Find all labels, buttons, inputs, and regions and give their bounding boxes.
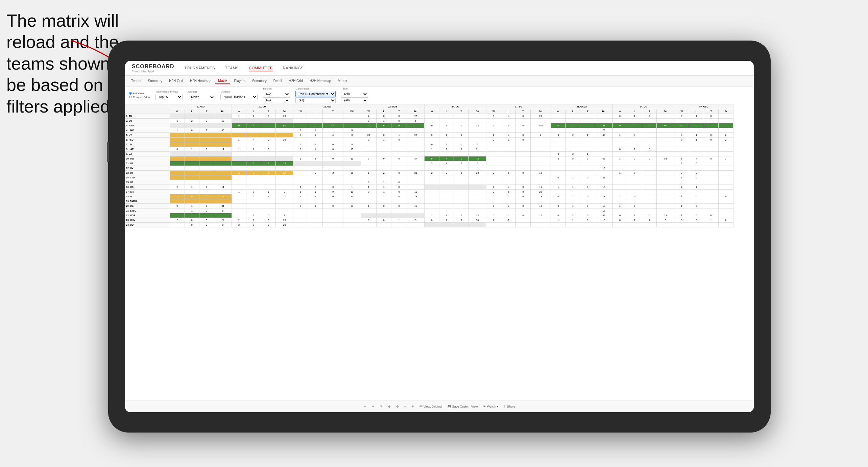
- table-row: 1. AU 12023 20027 01025 010 010: [125, 114, 733, 119]
- sub-w6: W: [486, 109, 501, 114]
- sub-nav: Teams Summary H2H Grid H2H Heatmap Matri…: [125, 76, 754, 87]
- subnav-matrix[interactable]: Matrix: [215, 78, 230, 84]
- sub-w5: W: [425, 109, 439, 114]
- table-row: 6. FSU 14035 010 010 0102: [125, 138, 733, 142]
- sub-w2: W: [232, 109, 246, 114]
- team-label: Team: [341, 87, 368, 90]
- division-select[interactable]: NCAA Division I: [220, 94, 258, 100]
- table-row: 22. UCB 1303 14012 01010 03044 01018 160: [125, 213, 733, 218]
- share-button[interactable]: ⇧ Share: [504, 405, 515, 408]
- logo-title: SCOREBOARD: [132, 64, 174, 70]
- nav-teams[interactable]: TEAMS: [225, 65, 239, 71]
- undo-button[interactable]: ↩: [364, 405, 366, 408]
- nav-committee[interactable]: COMMITTEE: [249, 65, 273, 71]
- sub-w9: W: [674, 109, 689, 114]
- logo-subtitle: Powered by clippd: [132, 70, 174, 73]
- row-label: 4. UNC: [125, 128, 170, 133]
- sub-l3: L: [308, 109, 323, 114]
- table-row: 4. UNC 10136 0110 29: [125, 128, 733, 133]
- division-label: Division: [220, 90, 258, 93]
- sub-l4: L: [377, 109, 391, 114]
- sub-dif2: Dif: [276, 109, 293, 114]
- sub-w8: W: [612, 109, 627, 114]
- sub-w4: W: [361, 109, 376, 114]
- subnav-summary[interactable]: Summary: [145, 78, 165, 84]
- row-label: 16. UO: [125, 185, 170, 190]
- max-teams-select[interactable]: Top 25: [155, 94, 183, 100]
- row-label: 9. UA: [125, 152, 170, 156]
- nav-tournaments[interactable]: TOURNAMENTS: [185, 65, 215, 71]
- conference-select2[interactable]: (All): [295, 97, 336, 103]
- table-row: 13. UT 22122 0238 12026 22012 02018 10 3…: [125, 171, 733, 175]
- sub-d9: D: [719, 109, 733, 114]
- add-button[interactable]: +: [404, 405, 406, 408]
- view-original-button[interactable]: 👁 View: Original: [419, 405, 442, 408]
- sub-l9: L: [689, 109, 704, 114]
- col-header-ucb: 22. UCB: [361, 104, 424, 109]
- sub-t9: T: [704, 109, 719, 114]
- subnav-detail[interactable]: Detail: [271, 78, 285, 84]
- table-row: 15. UF 010: [125, 180, 733, 185]
- subnav-summary2[interactable]: Summary: [249, 78, 269, 84]
- sub-t4: T: [391, 109, 407, 114]
- col-header-uw: 10. UW: [232, 104, 293, 109]
- tablet-side-button: [107, 142, 109, 162]
- row-label: 20. UG: [125, 204, 170, 208]
- sub-l8: L: [627, 109, 642, 114]
- row-label: 21. ETSU: [125, 208, 170, 213]
- table-row: 23. UNM 20021 20025 0010 01010 10 11018 …: [125, 218, 733, 223]
- region-label: Region: [263, 87, 290, 90]
- region-select[interactable]: N/A: [263, 91, 290, 97]
- subnav-players[interactable]: Players: [232, 78, 248, 84]
- sub-l5: L: [439, 109, 454, 114]
- table-row: 8. UAF 01014 120 01015 11011 010: [125, 147, 733, 152]
- table-row: 16. UO 21014 1201 110 21011 11013 21: [125, 185, 733, 190]
- gender-label: Gender: [188, 90, 215, 93]
- zoom-in-button[interactable]: ⊕: [388, 405, 391, 408]
- col-header-asu: 3. ASU: [170, 104, 232, 109]
- region-filter: Region N/A N/A: [263, 87, 290, 103]
- row-label: 10. UW: [125, 156, 170, 161]
- compact-view-radio[interactable]: Compact View: [129, 96, 150, 99]
- subnav-teams[interactable]: Teams: [128, 78, 144, 84]
- row-label: 13. UT: [125, 171, 170, 175]
- nav-rankings[interactable]: RANKINGS: [283, 65, 304, 71]
- nav-bar: SCOREBOARD Powered by clippd TOURNAMENTS…: [125, 61, 754, 76]
- save-custom-view-button[interactable]: 💾 Save Custom View: [448, 405, 478, 408]
- matrix-table: 3. ASU 10. UW 11. UA 22. UCB 24. UO 27. …: [125, 104, 733, 227]
- matrix-content[interactable]: 3. ASU 10. UW 11. UA 22. UCB 24. UO 27. …: [125, 104, 754, 401]
- subnav-h2h-grid2[interactable]: H2H Grid: [286, 78, 306, 84]
- gender-select[interactable]: Men's: [188, 94, 215, 100]
- watch-button[interactable]: 👁 Watch ▾: [483, 405, 498, 408]
- subnav-h2h-heatmap[interactable]: H2H Heatmap: [187, 78, 214, 84]
- redo-button[interactable]: ↪: [372, 405, 375, 408]
- sub-w3: W: [293, 109, 308, 114]
- nav-items: TOURNAMENTS TEAMS COMMITTEE RANKINGS: [185, 65, 304, 71]
- team-select[interactable]: (All): [341, 91, 368, 97]
- region-select2[interactable]: N/A: [263, 97, 290, 103]
- sub-t6: T: [516, 109, 531, 114]
- row-label: 2. VU: [125, 119, 170, 123]
- sub-t2: T: [261, 109, 276, 114]
- logo-area: SCOREBOARD Powered by clippd: [132, 64, 174, 73]
- subnav-matrix2[interactable]: Matrix: [335, 78, 349, 84]
- max-teams-label: Max teams in view: [155, 90, 183, 93]
- table-row: 7. UM 0100 0210: [125, 142, 733, 147]
- subnav-h2h-heatmap2[interactable]: H2H Heatmap: [307, 78, 334, 84]
- table-row: 10. UW 13011 30037 04173 25066 12053 145…: [125, 156, 733, 161]
- col-header-su: 27. SU: [486, 104, 551, 109]
- row-label: 22. UCB: [125, 213, 170, 218]
- sub-w7: W: [551, 109, 566, 114]
- sub-w: W: [170, 109, 185, 114]
- team-select2[interactable]: (All): [341, 97, 368, 103]
- row-label: 19. TAMU: [125, 199, 170, 204]
- row-label: 17. GIT: [125, 190, 170, 194]
- conference-select[interactable]: Pac-12 Conference ▼: [295, 91, 336, 97]
- subnav-h2h-grid[interactable]: H2H Grid: [166, 78, 186, 84]
- table-row: 20. UG 01034 01023 10041 01019 01013 10 …: [125, 204, 733, 208]
- table-row: 18. U 20011 10111 11011 1013 01013 01013…: [125, 194, 733, 199]
- full-view-radio[interactable]: Full View: [129, 92, 150, 95]
- zoom-reset-button[interactable]: ⊖: [396, 405, 399, 408]
- refresh-button[interactable]: ⟳: [380, 405, 383, 408]
- timer-button[interactable]: ⟲: [411, 405, 414, 408]
